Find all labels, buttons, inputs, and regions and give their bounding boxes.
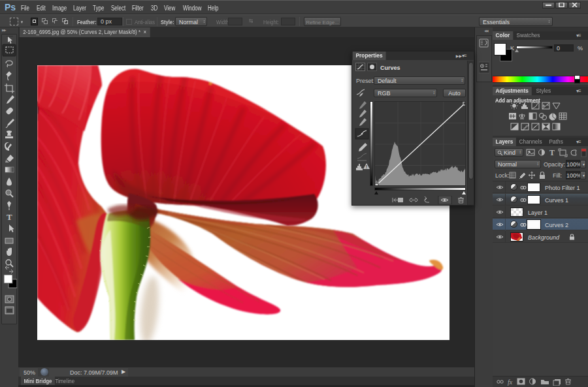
svg-text:fx: fx [508, 379, 513, 386]
svg-text:T: T [549, 148, 555, 157]
svg-text:T: T [7, 212, 12, 222]
svg-text:!: ! [366, 164, 367, 169]
